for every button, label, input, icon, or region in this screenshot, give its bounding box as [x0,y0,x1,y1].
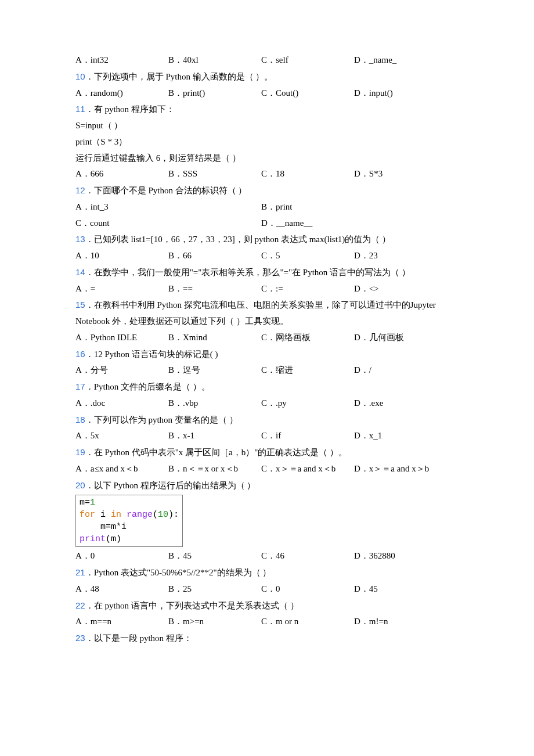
q9-opt-a: A．int32 [75,52,168,69]
q11-opt-d: D．S*3 [354,166,383,182]
q14-options: A．= B．== C．:= D．<> [75,281,459,297]
q15-stem: 15．在教科书中利用 Python 探究电流和电压、电阻的关系实验里，除了可以通… [75,297,459,330]
q13-number: 13 [75,234,85,244]
q19-opt-c: C．x＞＝a and x＜b [261,461,354,477]
q13-text: ．已知列表 list1=[10，66，27，33，23]，则 python 表达… [85,235,391,244]
q20-stem: 20．以下 Python 程序运行后的输出结果为（ ） [75,477,459,494]
code-range: range [127,510,153,520]
code-rp: ): [168,510,179,520]
q18-options: A．5x B．x-1 C．if D．x_1 [75,428,459,444]
q12-options-1: A．int_3 B．print [75,199,459,215]
q10-opt-a: A．random() [75,85,168,102]
q10-opt-d: D．input() [354,85,393,102]
q17-opt-a: A．.doc [75,395,168,412]
q14-opt-d: D．<> [354,281,379,297]
q20-opt-d: D．362880 [354,548,395,564]
q18-text: ．下列可以作为 python 变量名的是（ ） [85,415,238,424]
q19-stem: 19．在 Python 代码中表示"x 属于区间［a，b）"的正确表达式是（ ）… [75,444,459,461]
q17-opt-c: C．.py [261,395,354,412]
code-box: m=1 for i in range(10): m=m*i print(m) [75,495,183,547]
q23-text: ．以下是一段 python 程序： [85,633,192,643]
q15-opt-c: C．网络画板 [261,330,354,346]
q10-opt-b: B．print() [168,85,261,102]
code-m: (m) [106,534,121,544]
q14-opt-a: A．= [75,281,168,297]
q22-number: 22 [75,600,85,610]
q21-opt-c: C．0 [261,581,354,597]
q23-stem: 23．以下是一段 python 程序： [75,630,459,647]
q21-text: ．Python 表达式"50-50%6*5//2**2"的结果为（ ） [85,568,272,577]
q12-text: ．下面哪个不是 Python 合法的标识符（ ） [85,186,247,195]
q16-text: ．12 Python 语言语句块的标记是( ) [85,350,218,359]
q9-opt-d: D．_name_ [354,52,396,69]
q20-number: 20 [75,480,85,490]
q12-opt-c: C．count [75,215,261,232]
q17-stem: 17．Python 文件的后缀名是（ ）。 [75,379,459,395]
q20-opt-c: C．46 [261,548,354,564]
code-print: print [80,534,106,544]
q19-opt-a: A．a≤x and x＜b [75,461,168,477]
q15-opt-a: A．Python IDLE [75,330,168,346]
q15-number: 15 [75,300,85,309]
q16-opt-a: A．分号 [75,362,168,379]
q13-opt-d: D．23 [354,248,378,264]
q12-opt-d: D．__name__ [261,215,312,232]
q21-options: A．48 B．25 C．0 D．45 [75,581,459,597]
q20-opt-a: A．0 [75,548,168,564]
q11-options: A．666 B．SSS C．18 D．S*3 [75,166,459,182]
q16-opt-d: D．/ [354,362,371,379]
exam-page: A．int32 B．40xl C．self D．_name_ 10．下列选项中，… [0,0,534,756]
q12-options-2: C．count D．__name__ [75,215,459,232]
code-i: i [95,510,111,520]
q17-opt-d: D．.exe [354,395,383,412]
q11-code-1: S=input（ ） [75,118,459,134]
q18-number: 18 [75,415,85,424]
q10-number: 10 [75,71,85,81]
q11-stem: 11．有 python 程序如下： [75,101,459,118]
q22-options: A．m==n B．m>=n C．m or n D．m!=n [75,614,459,630]
q20-text: ．以下 Python 程序运行后的输出结果为（ ） [85,481,256,490]
code-in: in [111,510,121,520]
q20-opt-b: B．45 [168,548,261,564]
q11-number: 11 [75,104,85,114]
q21-opt-b: B．25 [168,581,261,597]
q10-options: A．random() B．print() C．Cout() D．input() [75,85,459,102]
q9-opt-c: C．self [261,52,354,69]
q14-opt-c: C．:= [261,281,354,297]
q15-opt-b: B．Xmind [168,330,261,346]
q18-opt-b: B．x-1 [168,428,261,444]
q17-text: ．Python 文件的后缀名是（ ）。 [85,382,210,391]
q22-text: ．在 python 语言中，下列表达式中不是关系表达式（ ） [85,601,299,610]
q16-opt-c: C．缩进 [261,362,354,379]
q22-opt-c: C．m or n [261,614,354,630]
q16-opt-b: B．逗号 [168,362,261,379]
q21-stem: 21．Python 表达式"50-50%6*5//2**2"的结果为（ ） [75,564,459,581]
q11-opt-b: B．SSS [168,166,261,182]
code-lp: ( [153,510,158,520]
q18-opt-c: C．if [261,428,354,444]
q21-opt-d: D．45 [354,581,378,597]
q16-number: 16 [75,349,85,359]
q14-stem: 14．在数学中，我们一般使用"="表示相等关系，那么"="在 Python 语言… [75,264,459,281]
q16-stem: 16．12 Python 语言语句块的标记是( ) [75,346,459,363]
q17-number: 17 [75,381,85,391]
q15-opt-d: D．几何画板 [354,330,404,346]
q13-opt-c: C．5 [261,248,354,264]
q13-opt-a: A．10 [75,248,168,264]
q22-opt-a: A．m==n [75,614,168,630]
q18-opt-d: D．x_1 [354,428,382,444]
q12-opt-b: B．print [261,199,292,215]
q19-options: A．a≤x and x＜b B．n＜＝x or x＜b C．x＞＝a and x… [75,461,459,477]
q18-stem: 18．下列可以作为 python 变量名的是（ ） [75,412,459,429]
code-l1b: 1 [90,498,95,507]
code-sp [121,510,127,520]
q12-number: 12 [75,185,85,195]
q22-stem: 22．在 python 语言中，下列表达式中不是关系表达式（ ） [75,597,459,614]
q14-text: ．在数学中，我们一般使用"="表示相等关系，那么"="在 Python 语言中的… [85,268,410,277]
q22-opt-d: D．m!=n [354,614,388,630]
q13-stem: 13．已知列表 list1=[10，66，27，33，23]，则 python … [75,231,459,248]
q19-opt-b: B．n＜＝x or x＜b [168,461,261,477]
q10-stem: 10．下列选项中，属于 Python 输入函数的是（ ）。 [75,69,459,85]
q13-options: A．10 B．66 C．5 D．23 [75,248,459,264]
q12-stem: 12．下面哪个不是 Python 合法的标识符（ ） [75,182,459,199]
